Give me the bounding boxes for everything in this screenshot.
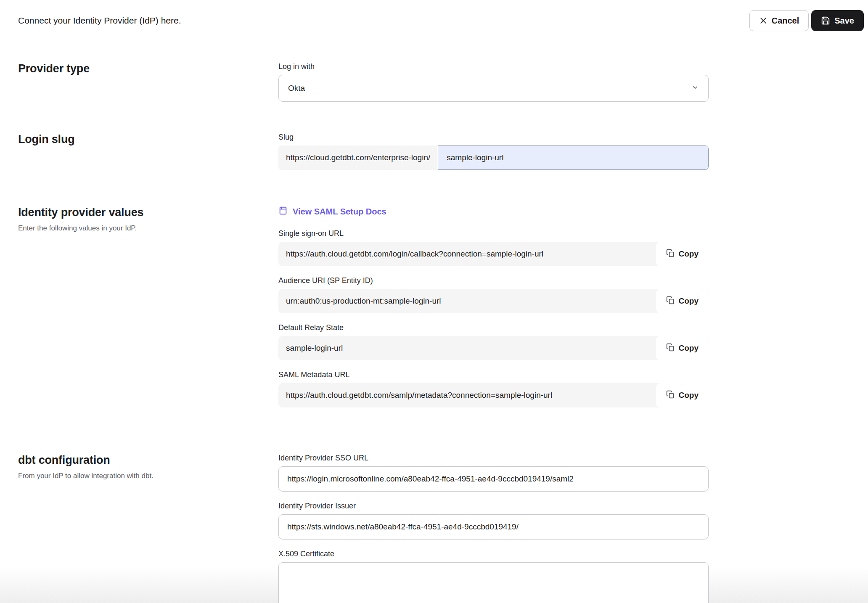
login-with-label: Log in with: [278, 62, 709, 71]
copy-icon: [666, 249, 675, 259]
x509-certificate-label: X.509 Certificate: [278, 550, 709, 558]
floppy-disk-icon: [821, 16, 830, 25]
idp-issuer-input[interactable]: [278, 514, 709, 540]
sso-settings-form: Provider type Log in with Okta Login slu…: [0, 62, 868, 603]
default-relay-state-field: sample-login-url Copy: [278, 336, 709, 360]
section-dbt-configuration: dbt configuration From your IdP to allow…: [18, 454, 850, 603]
readonly-field-relay-state: Default Relay State sample-login-url Cop…: [278, 323, 709, 360]
default-relay-state-label: Default Relay State: [278, 323, 709, 332]
view-saml-docs-label: View SAML Setup Docs: [293, 207, 386, 217]
idp-issuer-label: Identity Provider Issuer: [278, 502, 709, 510]
copy-button[interactable]: Copy: [656, 383, 709, 407]
idp-sso-url-block: Identity Provider SSO URL: [278, 454, 709, 492]
saml-metadata-url-field: https://auth.cloud.getdbt.com/samlp/meta…: [278, 383, 709, 407]
copy-icon: [666, 296, 675, 307]
login-with-selected-value: Okta: [288, 84, 305, 93]
copy-icon: [666, 390, 675, 401]
single-sign-on-url-label: Single sign-on URL: [278, 229, 709, 238]
cancel-button[interactable]: Cancel: [749, 10, 809, 31]
slug-label: Slug: [278, 133, 709, 142]
slug-url-prefix: https://cloud.getdbt.com/enterprise-logi…: [278, 145, 438, 170]
saml-metadata-url-label: SAML Metadata URL: [278, 370, 709, 379]
login-with-select[interactable]: Okta: [278, 75, 709, 102]
idp-values-subtitle: Enter the following values in your IdP.: [18, 224, 278, 233]
x509-certificate-textarea[interactable]: [278, 562, 709, 603]
provider-type-heading: Provider type: [18, 62, 278, 75]
login-slug-heading: Login slug: [18, 133, 278, 146]
view-saml-docs-link[interactable]: View SAML Setup Docs: [278, 206, 386, 217]
audience-uri-label: Audience URI (SP Entity ID): [278, 276, 709, 285]
copy-icon: [666, 343, 675, 354]
readonly-field-sso-url: Single sign-on URL https://auth.cloud.ge…: [278, 229, 709, 266]
save-button-label: Save: [834, 16, 854, 26]
topbar: Connect your Identity Provider (IdP) her…: [0, 0, 868, 41]
audience-uri-field: urn:auth0:us-production-mt:sample-login-…: [278, 289, 709, 313]
section-provider-type: Provider type Log in with Okta: [18, 62, 850, 102]
readonly-field-metadata-url: SAML Metadata URL https://auth.cloud.get…: [278, 370, 709, 407]
section-login-slug: Login slug Slug https://cloud.getdbt.com…: [18, 133, 850, 170]
x509-certificate-block: X.509 Certificate: [278, 550, 709, 603]
copy-button[interactable]: Copy: [656, 242, 709, 266]
idp-issuer-block: Identity Provider Issuer: [278, 502, 709, 540]
single-sign-on-url-field: https://auth.cloud.getdbt.com/login/call…: [278, 242, 709, 266]
saml-metadata-url-value: https://auth.cloud.getdbt.com/samlp/meta…: [278, 383, 560, 407]
slug-input[interactable]: [438, 145, 709, 170]
single-sign-on-url-value: https://auth.cloud.getdbt.com/login/call…: [278, 242, 551, 266]
copy-button[interactable]: Copy: [656, 289, 709, 313]
document-icon: [278, 206, 288, 217]
chevron-down-icon: [691, 84, 699, 93]
dbt-configuration-subtitle: From your IdP to allow integration with …: [18, 472, 278, 480]
copy-button-label: Copy: [679, 391, 699, 400]
audience-uri-value: urn:auth0:us-production-mt:sample-login-…: [278, 289, 449, 313]
idp-sso-url-label: Identity Provider SSO URL: [278, 454, 709, 463]
dbt-configuration-heading: dbt configuration: [18, 454, 278, 467]
page-title: Connect your Identity Provider (IdP) her…: [18, 16, 181, 26]
x-icon: [759, 16, 767, 25]
copy-button-label: Copy: [679, 296, 699, 306]
copy-button-label: Copy: [679, 344, 699, 353]
section-idp-values: Identity provider values Enter the follo…: [18, 206, 850, 418]
slug-input-group: https://cloud.getdbt.com/enterprise-logi…: [278, 145, 709, 170]
copy-button-label: Copy: [679, 249, 699, 259]
default-relay-state-value: sample-login-url: [278, 336, 350, 360]
idp-sso-url-input[interactable]: [278, 466, 709, 492]
header-actions: Cancel Save: [749, 10, 864, 31]
save-button[interactable]: Save: [811, 10, 864, 31]
cancel-button-label: Cancel: [772, 16, 799, 26]
readonly-field-audience-uri: Audience URI (SP Entity ID) urn:auth0:us…: [278, 276, 709, 313]
copy-button[interactable]: Copy: [656, 336, 709, 360]
idp-values-heading: Identity provider values: [18, 206, 278, 219]
